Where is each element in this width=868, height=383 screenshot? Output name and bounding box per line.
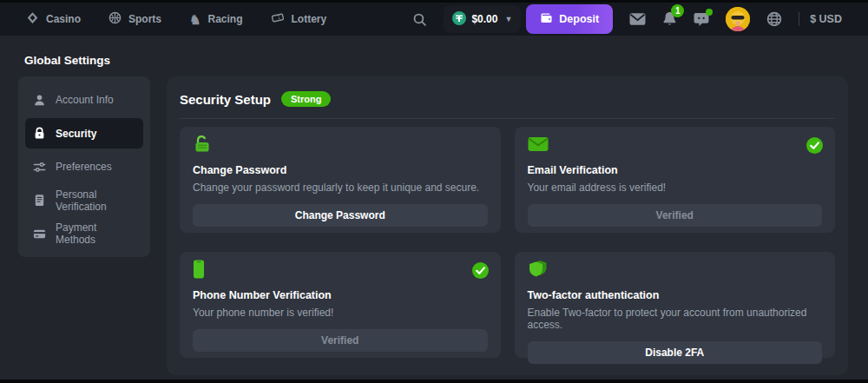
document-icon [33, 194, 46, 207]
globe-icon [766, 11, 782, 27]
phone-verification-card: Phone Number Verification Your phone num… [180, 252, 501, 358]
app-screen: Casino Sports ♞ Racing Lottery [0, 0, 868, 383]
sidebar-item-label: Account Info [56, 94, 114, 106]
nav-item-racing[interactable]: ♞ Racing [189, 13, 242, 26]
user-avatar[interactable] [726, 7, 750, 31]
currency-selector[interactable]: $ USD [799, 12, 842, 26]
phone-verified-button[interactable]: Verified [193, 329, 488, 352]
chevron-down-icon: ▼ [504, 15, 512, 23]
sidebar-item-account-info[interactable]: Account Info [25, 85, 143, 116]
change-password-button[interactable]: Change Password [193, 204, 488, 227]
email-verified-button[interactable]: Verified [528, 204, 823, 227]
preferences-icon [33, 161, 46, 174]
sidebar-item-personal-verification[interactable]: Personal Verification [25, 185, 143, 215]
lock-icon [33, 127, 46, 140]
sports-icon [108, 11, 122, 27]
casino-icon [26, 11, 39, 27]
balance-value: $0.00 [471, 13, 497, 25]
sidebar-item-label: Security [56, 128, 96, 140]
sidebar-item-label: Personal Verification [56, 188, 135, 213]
credit-card-icon [33, 228, 46, 241]
nav-item-label: Casino [46, 13, 81, 25]
change-password-card: Change Password Change your password reg… [180, 127, 501, 233]
balance-selector[interactable]: $0.00 ▼ [444, 5, 521, 33]
security-cards-grid: Change Password Change your password reg… [167, 119, 848, 358]
nav-item-label: Lottery [292, 13, 327, 25]
sidebar-item-label: Preferences [56, 161, 112, 173]
card-title: Two-factor authentication [528, 289, 823, 301]
card-title: Phone Number Verification [193, 289, 488, 301]
currency-label: $ USD [810, 13, 842, 25]
card-description: Change your password regularly to keep i… [193, 182, 488, 194]
sidebar-item-security[interactable]: Security [25, 118, 143, 149]
email-verification-card: Email Verification Your email address is… [515, 127, 836, 233]
security-strength-badge: Strong [281, 91, 331, 107]
wallet-icon [540, 12, 553, 26]
wallet-controls: $0.00 ▼ Deposit [444, 4, 613, 34]
avatar-image [726, 7, 750, 31]
user-icon [33, 94, 46, 107]
sidebar-item-preferences[interactable]: Preferences [25, 152, 143, 182]
card-description: Enable Two-factor to protect your accoun… [528, 307, 823, 331]
nav-right-controls: $0.00 ▼ Deposit 1 [412, 4, 842, 34]
two-shields-icon [528, 260, 823, 279]
card-description: Your email address is verified! [528, 182, 823, 194]
two-factor-card: Two-factor authentication Enable Two-fac… [515, 252, 836, 358]
panel-header: Security Setup Strong [167, 76, 848, 118]
messages-button[interactable] [629, 12, 646, 26]
panel-heading: Security Setup [180, 92, 271, 107]
chat-button[interactable] [694, 12, 709, 27]
card-description: Your phone number is verified! [193, 307, 488, 319]
notifications-button[interactable]: 1 [662, 11, 677, 27]
letterbox-bottom [0, 380, 868, 383]
tether-coin-icon [452, 11, 466, 28]
phone-icon [193, 260, 488, 279]
language-button[interactable] [766, 11, 782, 27]
chat-status-dot [706, 9, 713, 16]
sidebar-item-payment-methods[interactable]: Payment Methods [25, 219, 143, 249]
nav-item-sports[interactable]: Sports [108, 11, 161, 27]
deposit-button[interactable]: Deposit [526, 4, 613, 34]
verified-check-icon [472, 262, 489, 282]
disable-2fa-button[interactable]: Disable 2FA [528, 341, 823, 364]
top-navigation-bar: Casino Sports ♞ Racing Lottery [0, 3, 868, 36]
mail-icon [629, 12, 646, 26]
lottery-icon [271, 11, 285, 27]
search-button[interactable] [412, 12, 427, 27]
padlock-icon [193, 135, 488, 154]
nav-item-label: Racing [207, 13, 242, 25]
nav-item-lottery[interactable]: Lottery [271, 11, 327, 27]
notification-badge: 1 [671, 4, 684, 17]
deposit-label: Deposit [559, 13, 599, 25]
verified-check-icon [806, 137, 823, 157]
nav-links: Casino Sports ♞ Racing Lottery [26, 11, 326, 27]
search-icon [412, 12, 427, 27]
settings-sidebar: Account Info Security Preferences Person… [18, 76, 150, 257]
card-title: Email Verification [528, 164, 823, 176]
card-title: Change Password [193, 164, 488, 176]
racing-icon: ♞ [189, 13, 201, 26]
nav-item-label: Sports [128, 13, 161, 25]
letterbox-top [0, 0, 868, 3]
email-icon [528, 135, 823, 154]
nav-item-casino[interactable]: Casino [26, 11, 81, 27]
sidebar-item-label: Payment Methods [56, 221, 135, 246]
divider [799, 12, 799, 26]
page-title: Global Settings [24, 54, 110, 67]
security-setup-panel: Security Setup Strong Change Password Ch… [167, 76, 848, 375]
